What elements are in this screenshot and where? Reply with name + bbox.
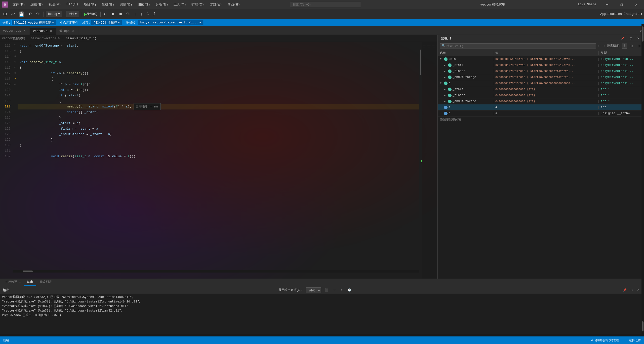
fold-icon-115[interactable]: ⊖ <box>14 49 16 52</box>
watch-row-eos-2[interactable]: ▶ _endOfStorage 0x0000000000000000 {???}… <box>438 98 644 104</box>
tab-source-cpp[interactable]: 源.cpp × <box>56 27 78 35</box>
menu-file[interactable]: 文件(F) <box>10 1 27 8</box>
watch-row-n[interactable]: n 8 unsigned __int64 <box>438 110 644 117</box>
stack-dropdown[interactable]: baiye::vector<baiye::vector<i... ▼ <box>138 20 203 25</box>
bottom-tab-errors[interactable]: 错误列表 <box>37 279 55 286</box>
toolbar-step-into[interactable]: ↓ <box>133 11 138 18</box>
output-wrap-btn[interactable]: ↵ <box>332 287 337 294</box>
toolbar-btn-2[interactable]: ↩ <box>10 11 16 18</box>
menu-extensions[interactable]: 扩展(X) <box>189 1 206 8</box>
status-add-source[interactable]: ⊕ 添加到源代码管理 <box>591 338 619 342</box>
toolbar-btn-undo[interactable]: ↶ <box>27 11 34 18</box>
menu-analyze[interactable]: 分析(N) <box>153 1 171 8</box>
menu-build[interactable]: 生成(B) <box>99 1 116 8</box>
output-filter-btn[interactable]: ⧖ <box>339 287 344 294</box>
status-select-repo[interactable]: 选择仓库 <box>629 338 641 342</box>
watch-row-finish-1[interactable]: ▶ _finish 0x000001778512c008 {_start=0x0… <box>438 68 644 74</box>
watch-row-start-1[interactable]: ▶ _start 0x000001778512bfa8 {_start=0x00… <box>438 62 644 68</box>
toolbar-debug-3[interactable]: ⏹ <box>117 11 124 18</box>
watch-vscroll[interactable] <box>641 35 644 279</box>
editor-scroll-track[interactable] <box>419 42 422 279</box>
watch-row-a[interactable]: a 4 int <box>438 104 644 110</box>
menu-help[interactable]: 帮助(H) <box>225 1 242 8</box>
editor-scroll-thumb[interactable] <box>420 50 421 75</box>
output-source-select[interactable]: 调试 <box>306 287 321 293</box>
bottom-tab-output[interactable]: 输出 <box>24 279 36 286</box>
status-branch[interactable]: 就绪 <box>3 338 9 342</box>
watch-expand-btn[interactable]: ⊞ <box>636 43 642 50</box>
output-scroll-thumb[interactable] <box>642 321 643 331</box>
continue-button[interactable]: ▶ 继续(C) <box>83 12 98 16</box>
thread-dropdown[interactable]: [43456] 主线程 ▼ <box>91 20 122 25</box>
arrow-fwd-icon[interactable]: → <box>602 44 605 48</box>
menu-git[interactable]: Git(G) <box>64 1 81 8</box>
search-box[interactable] <box>291 2 361 7</box>
watch-float-btn[interactable]: ⬡ <box>628 35 634 42</box>
menu-project[interactable]: 项目(P) <box>81 1 99 8</box>
application-insights[interactable]: Application Insights ▼ <box>600 12 642 16</box>
watch-copy-btn[interactable]: ⎘ <box>629 43 634 50</box>
menu-test[interactable]: 测试(S) <box>135 1 152 8</box>
watch-row-eos-1[interactable]: ▶ _endOfStorage 0x000001778512c008 {_sta… <box>438 74 644 80</box>
output-close-btn[interactable]: ✕ <box>636 287 641 294</box>
toolbar-btn-1[interactable]: ⚙ <box>2 11 9 18</box>
watch-row-finish-2[interactable]: ▶ _finish 0x0000000000000000 {???} int * <box>438 92 644 98</box>
menu-window[interactable]: 窗口(W) <box>207 1 224 8</box>
output-clear-btn[interactable]: ⬛ <box>323 287 330 294</box>
toolbar-debug-1[interactable]: ⟳ <box>103 11 109 18</box>
output-clock-btn[interactable]: 🕐 <box>346 287 353 294</box>
maximize-button[interactable]: ❐ <box>616 0 627 9</box>
toolbar-btn-redo[interactable]: ↷ <box>35 11 42 18</box>
bottom-tab-parallel-watch[interactable]: 并行监视 1 <box>2 279 24 286</box>
code-content[interactable]: return _endOfStorage - _start; } void re… <box>18 42 422 279</box>
watch-scroll-thumb[interactable] <box>642 35 643 42</box>
toolbar-step-out[interactable]: ↑ <box>139 11 144 18</box>
search-input-wrap[interactable]: 🔍 <box>440 43 596 49</box>
expand-eos-1[interactable]: ▶ <box>444 76 447 79</box>
expand-this[interactable]: ▼ <box>440 58 443 60</box>
live-share-button[interactable]: Live Share <box>576 2 598 7</box>
tab-vector-cpp-close[interactable]: × <box>23 29 27 33</box>
process-dropdown[interactable]: [40112] vector模拟实现 ▼ <box>11 20 56 25</box>
tab-vector-h[interactable]: vector.h × <box>30 27 56 35</box>
code-area[interactable]: 112 113 114 115 116 117 118 119 120 121 … <box>0 42 437 279</box>
watch-row-this[interactable]: ▼ this 0x00000055e818f708 {_start=0x0000… <box>438 56 644 62</box>
watch-row-p[interactable]: ▼ p 0x000001778513d5b8 {_start=0x0000000… <box>438 80 644 86</box>
output-content[interactable]: vector模拟实现.exe (Win32): 已加载 "C:\Windows\… <box>0 294 644 336</box>
expand-eos-2[interactable]: ▶ <box>444 100 447 103</box>
h-scrollbar[interactable] <box>13 270 419 273</box>
depth-value[interactable]: 3 <box>622 44 627 49</box>
platform-dropdown[interactable]: x64 ▼ <box>66 11 79 17</box>
toolbar-btn-save[interactable]: 💾 <box>17 11 26 18</box>
close-button[interactable]: ✕ <box>630 0 642 9</box>
watch-row-start-2[interactable]: ▶ _start 0x0000000000000000 {???} int * <box>438 86 644 92</box>
fold-icon-130[interactable]: ⊖ <box>14 83 16 86</box>
toolbar-step-over[interactable]: ↷ <box>125 11 132 18</box>
minimize-button[interactable]: — <box>601 0 613 9</box>
tab-vector-h-close[interactable]: × <box>49 29 53 33</box>
fold-icon-121[interactable]: ⊖ <box>14 72 16 74</box>
menu-view[interactable]: 视图(V) <box>46 1 63 8</box>
menu-debug[interactable]: 调试(D) <box>117 1 135 8</box>
toolbar-btn-extra1[interactable]: ⤵ <box>145 11 150 18</box>
watch-close-btn[interactable]: ✕ <box>636 35 641 42</box>
toolbar-btn-extra2[interactable]: ⤴ <box>151 11 157 18</box>
menu-edit[interactable]: 编辑(E) <box>28 1 45 8</box>
debug-mode-dropdown[interactable]: Debug ▼ <box>46 11 62 17</box>
menu-tools[interactable]: 工具(T) <box>171 1 188 8</box>
expand-finish-1[interactable]: ▶ <box>444 70 447 73</box>
expand-p[interactable]: ▼ <box>440 82 443 85</box>
h-scroll-thumb[interactable] <box>23 271 33 272</box>
fold-icon-117[interactable]: ⊖ <box>14 55 16 58</box>
output-float-btn[interactable]: ⬡ <box>629 287 635 294</box>
watch-search-input[interactable] <box>447 44 487 48</box>
tab-source-cpp-close[interactable]: × <box>71 29 75 33</box>
expand-finish-2[interactable]: ▶ <box>444 94 447 97</box>
output-hscroll[interactable] <box>0 334 641 336</box>
expand-start-1[interactable]: ▶ <box>444 64 447 67</box>
toolbar-debug-2[interactable]: ⏸ <box>110 11 116 18</box>
arrow-back-icon[interactable]: ← <box>598 44 600 48</box>
output-vscroll[interactable] <box>641 286 644 336</box>
expand-start-2[interactable]: ▶ <box>444 88 447 91</box>
tab-vector-cpp[interactable]: vector.cpp × <box>0 27 30 35</box>
